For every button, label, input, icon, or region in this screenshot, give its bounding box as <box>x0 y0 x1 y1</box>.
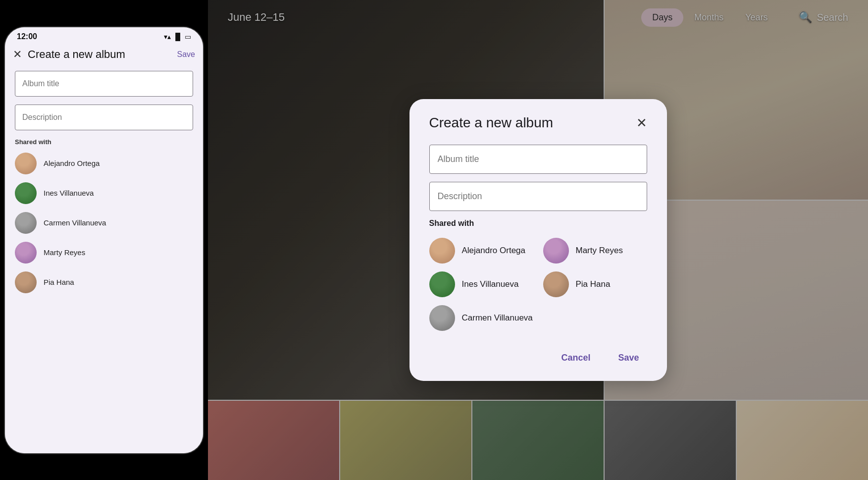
phone-shared-with-label: Shared with <box>15 138 193 146</box>
phone: 12:00 ▾▴ ▐▌ ▭ ✕ Create a new album Save … <box>5 27 203 453</box>
avatar <box>543 238 569 264</box>
signal-icon: ▐▌ <box>173 33 183 41</box>
create-album-modal: Create a new album ✕ Shared with Alejand… <box>409 99 667 381</box>
list-item: Carmen Villanueva <box>15 212 193 234</box>
modal-close-button[interactable]: ✕ <box>636 116 647 129</box>
list-item: Alejandro Ortega <box>15 153 193 174</box>
description-input[interactable] <box>429 182 647 211</box>
modal-overlay[interactable]: Create a new album ✕ Shared with Alejand… <box>208 0 868 480</box>
contact-name: Pia Hana <box>576 279 611 289</box>
list-item: Ines Villanueva <box>429 271 533 297</box>
close-button[interactable]: ✕ <box>13 49 22 60</box>
phone-content: Shared with Alejandro Ortega Ines Villan… <box>5 65 203 453</box>
cancel-button[interactable]: Cancel <box>553 349 598 367</box>
avatar <box>15 182 37 204</box>
avatar <box>15 212 37 234</box>
modal-header: Create a new album ✕ <box>429 115 647 131</box>
list-item: Marty Reyes <box>15 242 193 264</box>
save-button[interactable]: Save <box>610 349 647 367</box>
avatar <box>15 271 37 293</box>
list-item: Ines Villanueva <box>15 182 193 204</box>
list-item: Carmen Villanueva <box>429 305 533 331</box>
phone-description-input[interactable] <box>15 105 193 130</box>
contact-name: Carmen Villanueva <box>44 218 106 227</box>
phone-save-button[interactable]: Save <box>177 50 195 59</box>
avatar <box>543 271 569 297</box>
contact-name: Carmen Villanueva <box>462 313 533 323</box>
phone-dialog-title: Create a new album <box>28 48 171 61</box>
desktop-container: June 12–15 Days Months Years 🔍 Search Cr… <box>208 0 868 480</box>
modal-footer: Cancel Save <box>429 345 647 367</box>
avatar <box>429 238 455 264</box>
contact-name: Marty Reyes <box>576 246 623 256</box>
list-item: Pia Hana <box>543 271 647 297</box>
shared-with-label: Shared with <box>429 219 647 228</box>
contacts-grid: Alejandro Ortega Marty Reyes Ines Villan… <box>429 238 647 331</box>
modal-title: Create a new album <box>429 115 554 131</box>
list-item: Pia Hana <box>15 271 193 293</box>
avatar <box>15 242 37 264</box>
phone-album-title-input[interactable] <box>15 71 193 97</box>
list-item: Marty Reyes <box>543 238 647 264</box>
contact-name: Ines Villanueva <box>462 279 519 289</box>
contact-name: Alejandro Ortega <box>462 246 526 256</box>
phone-time: 12:00 <box>17 32 37 41</box>
phone-topbar: ✕ Create a new album Save <box>5 44 203 65</box>
avatar <box>429 271 455 297</box>
contact-name: Pia Hana <box>44 278 74 286</box>
contact-name: Ines Villanueva <box>44 189 94 197</box>
album-title-input[interactable] <box>429 145 647 174</box>
contact-name: Alejandro Ortega <box>44 159 100 167</box>
wifi-icon: ▾▴ <box>164 33 171 41</box>
status-icons: ▾▴ ▐▌ ▭ <box>164 33 191 41</box>
avatar <box>429 305 455 331</box>
list-item: Alejandro Ortega <box>429 238 533 264</box>
phone-container: 12:00 ▾▴ ▐▌ ▭ ✕ Create a new album Save … <box>0 0 208 480</box>
status-bar: 12:00 ▾▴ ▐▌ ▭ <box>5 27 203 44</box>
contact-name: Marty Reyes <box>44 248 85 257</box>
avatar <box>15 153 37 174</box>
battery-icon: ▭ <box>185 33 191 41</box>
